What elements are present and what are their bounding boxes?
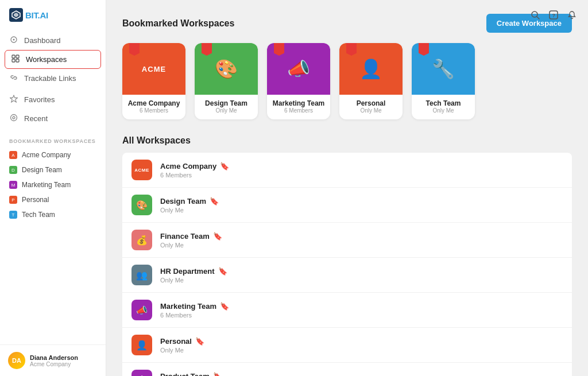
bookmark-hr: 🔖 bbox=[218, 267, 227, 276]
sidebar-item-workspaces-label: Workspaces bbox=[26, 55, 67, 64]
bm-marketing-label: Marketing Team bbox=[22, 181, 71, 189]
list-sub-finance: Only Me bbox=[160, 242, 563, 249]
svg-rect-6 bbox=[12, 59, 15, 62]
list-icon-finance: 💰 bbox=[131, 230, 152, 250]
sidebar-item-favorites-label: Favorites bbox=[24, 95, 55, 104]
svg-point-3 bbox=[13, 39, 15, 41]
bm-tech[interactable]: T Tech Team bbox=[0, 207, 106, 222]
card-personal-name: Personal bbox=[353, 99, 389, 107]
svg-rect-4 bbox=[12, 55, 15, 58]
list-item-product[interactable]: Product Team 🔖 Only Me bbox=[122, 363, 572, 376]
sidebar-item-dashboard-label: Dashboard bbox=[24, 36, 61, 45]
list-sub-design: Only Me bbox=[160, 207, 563, 214]
sidebar-nav: Dashboard Workspaces Trackable Links Fav… bbox=[0, 28, 106, 131]
list-info-marketing: Marketing Team 🔖 6 Members bbox=[160, 302, 563, 319]
list-name-hr: HR Department 🔖 bbox=[160, 267, 563, 276]
workspaces-icon bbox=[11, 55, 20, 64]
list-icon-marketing: 📣 bbox=[131, 300, 152, 320]
user-name: Diana Anderson bbox=[30, 354, 78, 361]
card-marketing-name: Marketing Team bbox=[269, 99, 328, 107]
list-item-finance[interactable]: 💰 Finance Team 🔖 Only Me bbox=[122, 223, 572, 258]
list-item-hr[interactable]: 👥 HR Department 🔖 Only Me bbox=[122, 258, 572, 293]
list-item-personal[interactable]: 👤 Personal 🔖 Only Me bbox=[122, 328, 572, 363]
logo: BIT.AI bbox=[0, 0, 106, 28]
svg-text:?: ? bbox=[552, 13, 556, 18]
bm-design[interactable]: D Design Team bbox=[0, 162, 106, 177]
card-personal-sub: Only Me bbox=[360, 107, 381, 114]
list-item-design[interactable]: 🎨 Design Team 🔖 Only Me bbox=[122, 188, 572, 223]
list-icon-product bbox=[131, 370, 152, 376]
search-icon[interactable] bbox=[531, 10, 540, 22]
bell-icon[interactable] bbox=[567, 10, 577, 22]
recent-icon bbox=[9, 114, 18, 123]
card-design[interactable]: 🎨 Design Team Only Me bbox=[195, 43, 258, 119]
card-design-sub: Only Me bbox=[215, 107, 237, 114]
sidebar-item-trackable-links-label: Trackable Links bbox=[24, 74, 76, 83]
list-info-hr: HR Department 🔖 Only Me bbox=[160, 267, 563, 284]
card-personal[interactable]: 👤 Personal Only Me bbox=[339, 43, 403, 119]
list-sub-acme: 6 Members bbox=[160, 172, 563, 179]
bookmark-personal: 🔖 bbox=[195, 337, 204, 346]
list-item-marketing[interactable]: 📣 Marketing Team 🔖 6 Members bbox=[122, 293, 572, 328]
list-name-finance: Finance Team 🔖 bbox=[160, 232, 563, 241]
bm-acme-label: Acme Company bbox=[22, 151, 71, 159]
svg-point-10 bbox=[13, 117, 15, 119]
list-item-acme[interactable]: ACME Acme Company 🔖 6 Members bbox=[122, 153, 572, 188]
sidebar-item-recent[interactable]: Recent bbox=[0, 109, 106, 128]
bookmarked-cards-row: ACME Acme Company 6 Members 🎨 Design Tea… bbox=[122, 43, 572, 119]
list-info-design: Design Team 🔖 Only Me bbox=[160, 197, 563, 214]
svg-rect-5 bbox=[16, 55, 19, 58]
bookmark-acme: 🔖 bbox=[220, 162, 229, 170]
bm-marketing[interactable]: M Marketing Team bbox=[0, 177, 106, 192]
user-avatar: DA bbox=[8, 352, 25, 369]
bookmark-design: 🔖 bbox=[210, 197, 219, 206]
sidebar-item-favorites[interactable]: Favorites bbox=[0, 90, 106, 109]
svg-marker-1 bbox=[14, 13, 18, 17]
card-personal-bookmark bbox=[346, 43, 357, 56]
bookmark-product: 🔖 bbox=[213, 372, 222, 377]
sidebar-footer: DA Diana Anderson Acme Company bbox=[0, 344, 106, 376]
main-content: ? Bookmarked Workspaces Create Workspace… bbox=[106, 0, 588, 376]
list-info-product: Product Team 🔖 Only Me bbox=[160, 372, 563, 377]
card-acme[interactable]: ACME Acme Company 6 Members bbox=[122, 43, 185, 119]
card-tech-icon: 🔧 bbox=[432, 58, 455, 80]
sidebar-item-trackable-links[interactable]: Trackable Links bbox=[0, 69, 106, 88]
user-company: Acme Company bbox=[30, 361, 78, 367]
sidebar: BIT.AI Dashboard Workspaces Trackable Li… bbox=[0, 0, 106, 376]
card-tech[interactable]: 🔧 Tech Team Only Me bbox=[412, 43, 475, 119]
card-marketing[interactable]: 📣 Marketing Team 6 Members bbox=[267, 43, 330, 119]
logo-icon bbox=[9, 8, 23, 22]
bm-personal[interactable]: P Personal bbox=[0, 192, 106, 207]
favorites-icon bbox=[9, 95, 18, 104]
card-tech-bookmark bbox=[419, 43, 429, 56]
bm-tech-label: Tech Team bbox=[22, 211, 55, 219]
bm-acme-dot: A bbox=[9, 151, 17, 159]
list-name-design: Design Team 🔖 bbox=[160, 197, 563, 206]
help-icon[interactable]: ? bbox=[549, 10, 558, 22]
list-sub-marketing: 6 Members bbox=[160, 312, 563, 319]
list-info-acme: Acme Company 🔖 6 Members bbox=[160, 162, 563, 179]
dashboard-icon bbox=[9, 36, 18, 45]
bookmarked-section-heading: Bookmarked Workspaces bbox=[122, 18, 234, 29]
all-workspaces-heading: All Workspaces bbox=[122, 135, 572, 146]
bookmarked-workspaces-list: A Acme Company D Design Team M Marketing… bbox=[0, 148, 106, 222]
sidebar-item-dashboard[interactable]: Dashboard bbox=[0, 31, 106, 50]
card-marketing-bookmark bbox=[274, 43, 284, 56]
card-acme-sub: 6 Members bbox=[140, 107, 168, 114]
list-name-marketing: Marketing Team 🔖 bbox=[160, 302, 563, 311]
card-tech-sub: Only Me bbox=[432, 107, 454, 114]
card-marketing-thumb: 📣 bbox=[267, 43, 330, 95]
list-info-personal: Personal 🔖 Only Me bbox=[160, 337, 563, 354]
list-sub-hr: Only Me bbox=[160, 277, 563, 284]
bm-acme[interactable]: A Acme Company bbox=[0, 148, 106, 162]
topbar-icons: ? bbox=[531, 10, 577, 22]
sidebar-item-workspaces[interactable]: Workspaces bbox=[5, 50, 101, 69]
trackable-links-icon bbox=[9, 73, 18, 83]
list-icon-acme: ACME bbox=[131, 160, 152, 180]
card-design-icon: 🎨 bbox=[215, 58, 238, 80]
card-design-bookmark bbox=[202, 43, 212, 56]
svg-marker-8 bbox=[10, 95, 18, 102]
list-info-finance: Finance Team 🔖 Only Me bbox=[160, 232, 563, 249]
sidebar-item-recent-label: Recent bbox=[24, 114, 48, 123]
card-design-thumb: 🎨 bbox=[195, 43, 258, 95]
